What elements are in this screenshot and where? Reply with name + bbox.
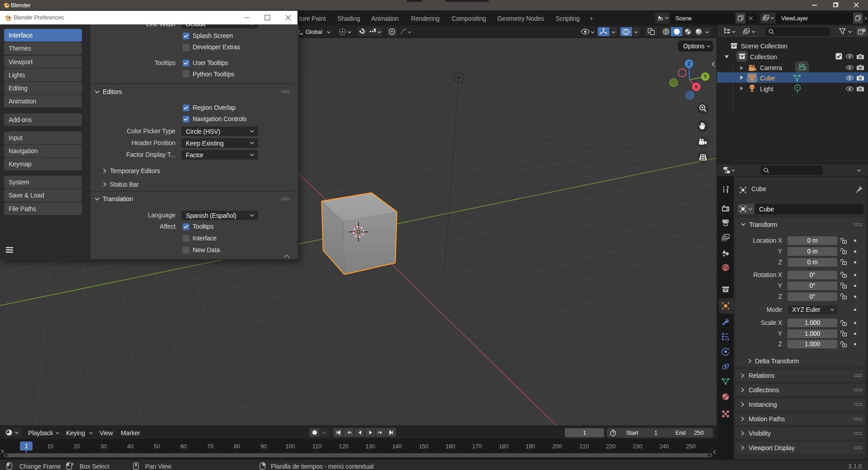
svg-text:Z: Z	[688, 61, 691, 66]
svg-text:Y: Y	[703, 74, 707, 79]
svg-text:X: X	[694, 84, 698, 89]
